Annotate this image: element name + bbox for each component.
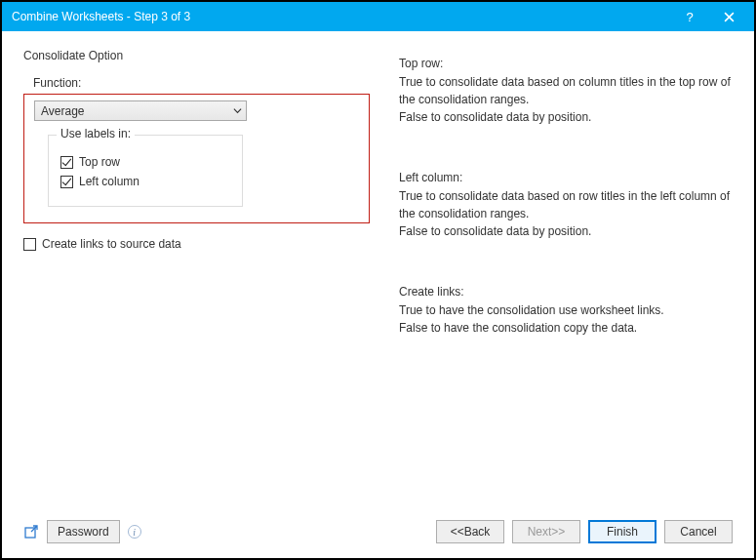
- top-row-checkbox-label: Top row: [79, 155, 120, 169]
- checkbox-icon: [23, 238, 36, 251]
- help-text: False to consolidate data by position.: [399, 222, 733, 240]
- help-text: False to have the consolidation copy the…: [399, 319, 733, 337]
- left-column-checkbox[interactable]: Left column: [60, 175, 230, 188]
- left-column: Consolidate Option Function: Average Use…: [23, 49, 370, 505]
- help-text: True to have the consolidation use works…: [399, 301, 733, 319]
- help-button[interactable]: ?: [670, 3, 709, 30]
- close-icon: [724, 12, 735, 22]
- help-left-column: Left column: True to consolidate data ba…: [399, 169, 733, 240]
- popout-icon[interactable]: [23, 524, 39, 540]
- info-icon[interactable]: i: [128, 525, 141, 539]
- footer: Password i <<Back Next>> Finish Cancel: [2, 515, 754, 558]
- back-button-label: <<Back: [451, 525, 491, 539]
- top-row-checkbox[interactable]: Top row: [60, 155, 230, 169]
- window-title: Combine Worksheets - Step 3 of 3: [12, 10, 670, 23]
- use-labels-group: Use labels in: Top row Left column: [48, 135, 243, 207]
- use-labels-legend: Use labels in:: [57, 127, 135, 140]
- help-title: Create links:: [399, 283, 733, 300]
- help-text: False to consolidate data by position.: [399, 108, 733, 126]
- cancel-button-label: Cancel: [680, 525, 716, 539]
- help-panel: Top row: True to consolidate data based …: [399, 49, 733, 505]
- highlighted-options-box: Average Use labels in: Top row Left colu…: [23, 94, 370, 223]
- back-button[interactable]: <<Back: [436, 520, 504, 543]
- finish-button-label: Finish: [607, 525, 638, 539]
- footer-left: Password i: [23, 520, 428, 543]
- password-button[interactable]: Password: [47, 520, 120, 543]
- next-button-label: Next>>: [528, 525, 566, 539]
- left-column-checkbox-label: Left column: [79, 175, 139, 188]
- create-links-checkbox[interactable]: Create links to source data: [23, 237, 370, 251]
- function-label: Function:: [33, 76, 370, 90]
- create-links-checkbox-label: Create links to source data: [42, 237, 181, 251]
- help-create-links: Create links: True to have the consolida…: [399, 283, 733, 337]
- chevron-down-icon: [233, 106, 242, 115]
- cancel-button[interactable]: Cancel: [664, 520, 733, 543]
- finish-button[interactable]: Finish: [588, 520, 657, 543]
- help-text: True to consolidate data based on column…: [399, 73, 733, 108]
- close-button[interactable]: [709, 3, 748, 30]
- checkbox-icon: [60, 156, 73, 169]
- checkbox-icon: [60, 176, 73, 188]
- footer-right: <<Back Next>> Finish Cancel: [436, 520, 733, 543]
- help-title: Top row:: [399, 55, 733, 72]
- titlebar: Combine Worksheets - Step 3 of 3 ?: [2, 2, 754, 31]
- help-title: Left column:: [399, 169, 733, 186]
- section-title: Consolidate Option: [23, 49, 370, 62]
- next-button: Next>>: [512, 520, 580, 543]
- function-dropdown-value: Average: [41, 104, 84, 118]
- function-dropdown[interactable]: Average: [34, 100, 247, 121]
- help-top-row: Top row: True to consolidate data based …: [399, 55, 733, 126]
- help-text: True to consolidate data based on row ti…: [399, 187, 733, 222]
- password-button-label: Password: [58, 525, 109, 539]
- content-area: Consolidate Option Function: Average Use…: [2, 31, 754, 515]
